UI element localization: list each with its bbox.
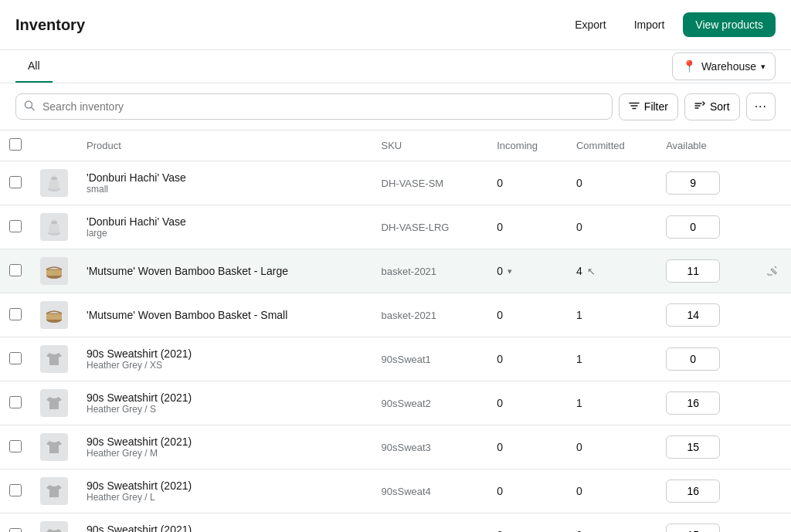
row-checkbox[interactable] — [9, 440, 22, 452]
incoming-value: 0 — [497, 397, 503, 409]
row-checkbox-cell — [0, 469, 31, 513]
product-cell: 'Donburi Hachi' Vase small — [77, 161, 372, 205]
available-input[interactable] — [666, 215, 720, 239]
import-button[interactable]: Import — [625, 14, 674, 36]
product-thumbnail-cell — [31, 205, 77, 249]
sku-cell: basket-2021 — [372, 249, 488, 293]
sku-cell: 90sSweat2 — [372, 381, 488, 425]
sku-value: DH-VASE-LRG — [382, 222, 450, 233]
product-cell: 90s Sweatshirt (2021) Heather Grey / L — [77, 469, 372, 513]
row-actions-cell — [754, 337, 791, 381]
table-row: 90s Sweatshirt (2021) Heather Grey / XS … — [0, 337, 791, 381]
table-row: 'Donburi Hachi' Vase small DH-VASE-SM 0 … — [0, 161, 791, 205]
available-input[interactable] — [666, 435, 720, 459]
product-name: 'Donburi Hachi' Vase — [87, 171, 363, 184]
select-all-checkbox[interactable] — [9, 138, 22, 151]
product-variant: large — [87, 228, 363, 239]
committed-cell: 0 — [567, 425, 657, 469]
incoming-cell: 0 — [487, 425, 567, 469]
dropdown-arrow-icon: ▾ — [508, 266, 512, 276]
row-checkbox-cell — [0, 249, 31, 293]
tabs-list: All — [15, 50, 53, 83]
product-cell: 90s Sweatshirt (2021) Heather Grey / XL — [77, 513, 372, 533]
row-checkbox[interactable] — [9, 220, 22, 232]
available-input[interactable] — [666, 171, 720, 195]
product-thumbnail — [40, 389, 68, 417]
incoming-cell: 0 — [487, 469, 567, 513]
product-thumbnail-cell — [31, 381, 77, 425]
incoming-value[interactable]: 0▾ — [497, 265, 558, 277]
row-checkbox[interactable] — [9, 176, 22, 188]
available-input[interactable] — [666, 259, 720, 283]
sku-cell: 90sSweat5 — [372, 513, 488, 533]
committed-cell: 0 — [567, 205, 657, 249]
view-products-button[interactable]: View products — [683, 12, 776, 37]
search-input[interactable] — [15, 93, 613, 120]
row-actions-cell — [754, 513, 791, 533]
product-thumbnail-cell — [31, 513, 77, 533]
edit-icon[interactable] — [763, 263, 782, 282]
sku-value: 90sSweat1 — [382, 354, 431, 365]
product-variant: Heather Grey / M — [87, 448, 363, 459]
col-incoming: Incoming — [487, 130, 567, 161]
product-cell: 'Mutsume' Woven Bamboo Basket - Large — [77, 249, 372, 293]
sku-cell: 90sSweat3 — [372, 425, 488, 469]
available-cell — [657, 469, 754, 513]
product-variant: Heather Grey / L — [87, 492, 363, 503]
product-name: 90s Sweatshirt (2021) — [87, 347, 363, 360]
committed-cell: 0 — [567, 469, 657, 513]
committed-value: 0 — [576, 529, 582, 532]
row-checkbox[interactable] — [9, 308, 22, 320]
export-button[interactable]: Export — [565, 14, 615, 36]
product-thumbnail-cell — [31, 161, 77, 205]
row-checkbox[interactable] — [9, 528, 22, 533]
row-checkbox-cell — [0, 161, 31, 205]
header-actions: Export Import View products — [565, 12, 776, 37]
row-checkbox[interactable] — [9, 264, 22, 276]
product-thumbnail-cell — [31, 425, 77, 469]
svg-line-1 — [32, 107, 35, 110]
inventory-table-container: Product SKU Incoming Committed Available… — [0, 130, 791, 532]
product-name: 90s Sweatshirt (2021) — [87, 524, 363, 532]
product-cell: 90s Sweatshirt (2021) Heather Grey / XS — [77, 337, 372, 381]
search-icon — [23, 100, 36, 114]
more-button[interactable]: ··· — [746, 93, 776, 120]
available-input[interactable] — [666, 391, 720, 415]
row-checkbox-cell — [0, 205, 31, 249]
incoming-cell: 0 — [487, 161, 567, 205]
row-actions-cell — [754, 381, 791, 425]
row-checkbox[interactable] — [9, 352, 22, 364]
table-row: 90s Sweatshirt (2021) Heather Grey / L 9… — [0, 469, 791, 513]
product-cell: 'Mutsume' Woven Bamboo Basket - Small — [77, 293, 372, 337]
incoming-value: 0 — [497, 353, 503, 365]
row-checkbox[interactable] — [9, 396, 22, 408]
row-checkbox-cell — [0, 293, 31, 337]
filter-button[interactable]: Filter — [619, 93, 678, 120]
inventory-table: Product SKU Incoming Committed Available… — [0, 130, 791, 532]
table-row: 'Donburi Hachi' Vase large DH-VASE-LRG 0… — [0, 205, 791, 249]
product-thumbnail — [40, 213, 68, 241]
available-cell — [657, 293, 754, 337]
sort-button[interactable]: Sort — [684, 93, 740, 120]
col-product: Product — [77, 130, 372, 161]
incoming-value: 0 — [497, 221, 503, 233]
available-input[interactable] — [666, 479, 720, 503]
table-row: 'Mutsume' Woven Bamboo Basket - Small ba… — [0, 293, 791, 337]
committed-value: 1 — [576, 397, 582, 409]
product-thumbnail — [40, 433, 68, 461]
available-input[interactable] — [666, 303, 720, 327]
row-checkbox[interactable] — [9, 484, 22, 496]
tab-all[interactable]: All — [15, 50, 53, 83]
select-all-header — [0, 130, 31, 161]
sort-icon — [694, 100, 705, 114]
page-title: Inventory — [15, 16, 85, 34]
committed-value: 0 — [576, 485, 582, 497]
warehouse-selector[interactable]: 📍 Warehouse ▾ — [672, 53, 776, 80]
col-committed: Committed — [567, 130, 657, 161]
available-input[interactable] — [666, 347, 720, 371]
incoming-cell: 0 — [487, 205, 567, 249]
sku-cell: basket-2021 — [372, 293, 488, 337]
filter-label: Filter — [644, 100, 668, 113]
row-checkbox-cell — [0, 425, 31, 469]
available-input[interactable] — [666, 524, 720, 532]
